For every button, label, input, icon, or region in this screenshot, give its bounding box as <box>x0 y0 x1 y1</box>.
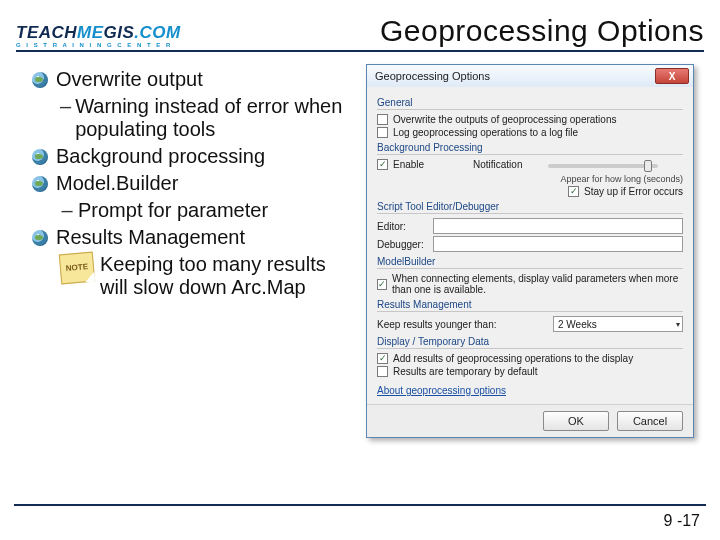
notification-slider[interactable] <box>548 164 658 168</box>
checkbox-temp-results[interactable] <box>377 366 388 377</box>
checkbox-overwrite[interactable] <box>377 114 388 125</box>
debugger-input[interactable] <box>433 236 683 252</box>
group-background: Background Processing <box>377 142 683 153</box>
chevron-down-icon: ▾ <box>676 320 680 329</box>
note-text: Keeping too many results will slow down … <box>100 253 352 299</box>
logo-part: GIS <box>104 23 135 42</box>
debugger-label: Debugger: <box>377 239 433 250</box>
page-title: Geoprocessing Options <box>380 14 704 48</box>
cancel-button[interactable]: Cancel <box>617 411 683 431</box>
checkbox-label: Results are temporary by default <box>393 366 538 377</box>
note-icon: NOTE <box>59 252 95 285</box>
logo: TEACHMEGIS.COM G I S T R A I N I N G C E… <box>16 24 181 48</box>
globe-icon <box>32 176 48 192</box>
group-results: Results Management <box>377 299 683 310</box>
dash-icon: – <box>60 95 71 141</box>
bullet: Overwrite output <box>56 68 203 91</box>
dialog-title: Geoprocessing Options <box>375 70 490 82</box>
group-script: Script Tool Editor/Debugger <box>377 201 683 212</box>
globe-icon <box>32 230 48 246</box>
editor-input[interactable] <box>433 218 683 234</box>
page-number: 9 -17 <box>664 512 700 530</box>
checkbox-label: Overwrite the outputs of geoprocessing o… <box>393 114 616 125</box>
logo-part: TEACH <box>16 23 77 42</box>
dash-icon: – <box>60 199 74 222</box>
checkbox-label: Enable <box>393 159 453 170</box>
about-link[interactable]: About geoprocessing options <box>377 385 506 396</box>
bullet: Results Management <box>56 226 245 249</box>
logo-part: ME <box>77 23 104 42</box>
logo-tagline: G I S T R A I N I N G C E N T E R <box>16 42 181 48</box>
group-modelbuilder: ModelBuilder <box>377 256 683 267</box>
editor-label: Editor: <box>377 221 433 232</box>
checkbox-stay-on-error[interactable] <box>568 186 579 197</box>
logo-part: COM <box>140 23 181 42</box>
close-button[interactable]: X <box>655 68 689 84</box>
sub-bullet: Warning instead of error when populating… <box>75 95 352 141</box>
notification-label: Notification <box>473 159 522 170</box>
globe-icon <box>32 149 48 165</box>
geoprocessing-options-dialog: Geoprocessing Options X General Overwrit… <box>366 64 694 438</box>
sub-bullet: Prompt for parameter <box>78 199 268 222</box>
bullet: Model.Builder <box>56 172 178 195</box>
ok-button[interactable]: OK <box>543 411 609 431</box>
results-label: Keep results younger than: <box>377 319 553 330</box>
results-age-dropdown[interactable]: 2 Weeks▾ <box>553 316 683 332</box>
checkbox-add-results[interactable] <box>377 353 388 364</box>
checkbox-label: When connecting elements, display valid … <box>392 273 683 295</box>
checkbox-log[interactable] <box>377 127 388 138</box>
checkbox-label: Log geoprocessing operations to a log fi… <box>393 127 578 138</box>
slider-caption: Appear for how long (seconds) <box>560 174 683 184</box>
footer-rule <box>14 504 706 506</box>
checkbox-label: Stay up if Error occurs <box>584 186 683 197</box>
checkbox-mb-params[interactable] <box>377 279 387 290</box>
group-general: General <box>377 97 683 108</box>
bullet-list: Overwrite output –Warning instead of err… <box>12 64 352 438</box>
checkbox-enable-bg[interactable] <box>377 159 388 170</box>
checkbox-label: Add results of geoprocessing operations … <box>393 353 633 364</box>
dialog-titlebar: Geoprocessing Options X <box>367 65 693 87</box>
bullet: Background processing <box>56 145 265 168</box>
group-display: Display / Temporary Data <box>377 336 683 347</box>
globe-icon <box>32 72 48 88</box>
